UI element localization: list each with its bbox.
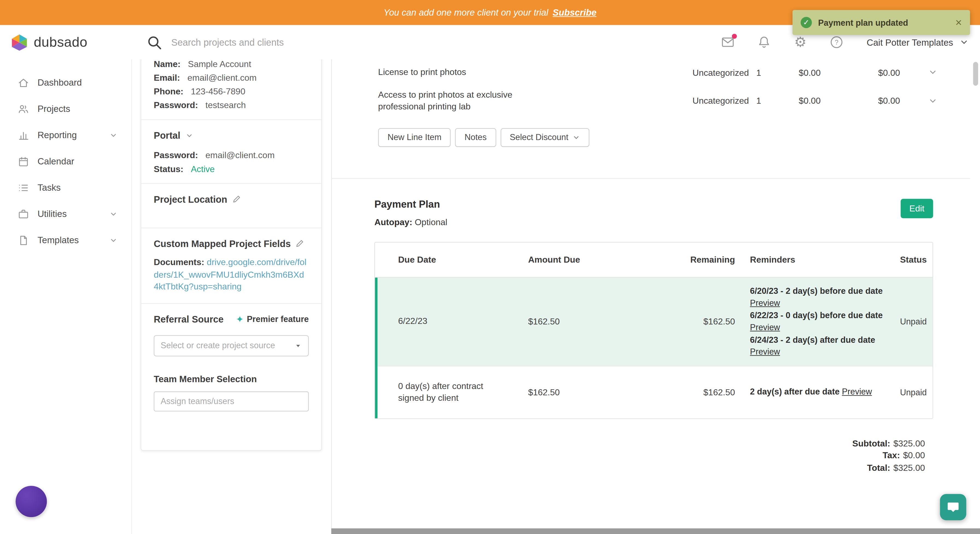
header-due-date: Due Date (375, 242, 505, 277)
mail-icon[interactable] (721, 35, 735, 50)
toast-close-icon[interactable]: × (955, 17, 962, 28)
sidebar-item-templates[interactable]: Templates (0, 227, 131, 253)
sidebar-item-label: Dashboard (37, 77, 82, 88)
chevron-down-icon[interactable] (928, 96, 937, 105)
notifications-bell-icon[interactable] (757, 35, 772, 50)
sidebar-item-label: Tasks (37, 182, 61, 193)
templates-document-icon (18, 234, 29, 246)
total-label: Total: (867, 462, 890, 472)
autopay-label: Autopay: (374, 217, 412, 227)
edit-payment-plan-button[interactable]: Edit (901, 199, 933, 218)
sidebar-divider (131, 25, 132, 534)
chevron-down-icon (573, 134, 580, 141)
line-item-name: Access to print photos at exclusive prof… (378, 88, 522, 113)
chevron-down-icon (959, 37, 969, 47)
select-placeholder: Select or create project source (161, 341, 294, 350)
project-source-select[interactable]: Select or create project source (154, 335, 309, 356)
new-line-item-button[interactable]: New Line Item (378, 128, 451, 147)
line-item-name: License to print photos (378, 66, 522, 78)
page-bottom-strip (331, 528, 980, 534)
portal-status: Status: Active (154, 164, 309, 173)
payment-plan-header: Payment Plan Autopay: Optional Edit (374, 199, 933, 227)
portal-section-title: Portal (154, 130, 309, 140)
chevron-down-icon[interactable] (185, 132, 193, 139)
premier-feature-badge: ✦ Premier feature (236, 314, 309, 325)
app-root: You can add one more client on your tria… (0, 0, 980, 534)
select-discount-button[interactable]: Select Discount (500, 128, 590, 147)
help-icon[interactable]: ? (829, 35, 844, 50)
line-item-category: Uncategorized (693, 67, 756, 77)
table-row: 6/22/23 $162.50 $162.50 6/20/23 - 2 day(… (375, 277, 932, 365)
documents-label: Documents: (154, 257, 204, 267)
settings-gear-icon[interactable]: ⚙ (793, 35, 808, 50)
main-content: License to print photos Uncategorized 1 … (331, 59, 970, 528)
sidebar-item-calendar[interactable]: Calendar (0, 148, 131, 175)
line-item-row: License to print photos Uncategorized 1 … (378, 61, 933, 83)
edit-pencil-icon[interactable] (232, 195, 240, 203)
referral-source-title: Referral Source (154, 314, 223, 324)
preview-link[interactable]: Preview (842, 387, 872, 396)
field-label: Phone: (154, 86, 183, 96)
portal-password: Password: email@client.com (154, 151, 309, 159)
edit-pencil-icon[interactable] (296, 239, 304, 247)
search-input[interactable] (171, 37, 484, 48)
cell-amount-due: $162.50 (505, 366, 675, 418)
field-value: email@client.com (205, 150, 275, 160)
sidebar-item-reporting[interactable]: Reporting (0, 122, 131, 148)
chevron-down-icon[interactable] (928, 68, 937, 77)
field-label: Password: (154, 100, 198, 110)
tax-value: $0.00 (903, 450, 925, 461)
cell-reminders: 6/20/23 - 2 day(s) before due date Previ… (750, 277, 900, 365)
header-amount-due: Amount Due (505, 242, 675, 277)
sidebar-item-utilities[interactable]: Utilities (0, 201, 131, 227)
trial-banner-text: You can add one more client on your tria… (383, 7, 548, 18)
dashboard-icon (18, 77, 29, 88)
referral-source-section: Referral Source ✦ Premier feature (154, 314, 309, 325)
active-installment-bar (375, 277, 377, 418)
payment-plan-title: Payment Plan (374, 199, 447, 210)
field-value: 123-456-7890 (191, 86, 245, 96)
payment-plan-table: Due Date Amount Due Remaining Reminders … (374, 242, 933, 419)
client-field-name: Name: Sample Account (154, 59, 309, 68)
autopay-value: Optional (415, 217, 447, 227)
preview-link[interactable]: Preview (750, 322, 780, 332)
sidebar-item-label: Utilities (37, 209, 67, 219)
chat-widget-button[interactable] (940, 494, 966, 520)
assign-teams-input[interactable] (154, 391, 309, 411)
account-menu[interactable]: Cait Potter Templates (867, 37, 969, 47)
help-beacon-button[interactable] (16, 486, 47, 517)
divider (142, 120, 321, 120)
subtotal-value: $325.00 (893, 438, 925, 448)
sidebar-item-dashboard[interactable]: Dashboard (0, 70, 131, 96)
vertical-scrollbar[interactable] (973, 62, 978, 86)
logo[interactable]: dubsado (0, 33, 131, 51)
subscribe-link[interactable]: Subscribe (553, 7, 597, 18)
reminder-text: 6/22/23 - 0 day(s) before due date (750, 309, 900, 322)
notes-button[interactable]: Notes (455, 128, 496, 147)
client-field-phone: Phone: 123-456-7890 (154, 87, 309, 96)
table-row: 0 day(s) after contract signed by client… (375, 365, 932, 418)
sidebar-item-tasks[interactable]: Tasks (0, 175, 131, 201)
search-icon[interactable] (146, 34, 162, 50)
divider (142, 303, 321, 303)
documents-field: Documents: drive.google.com/drive/folder… (154, 256, 309, 293)
line-item-category: Uncategorized (693, 96, 756, 106)
custom-fields-text: Custom Mapped Project Fields (154, 238, 291, 249)
chevron-down-icon (110, 131, 118, 139)
field-label: Email: (154, 72, 180, 83)
preview-link[interactable]: Preview (750, 347, 780, 357)
premier-feature-label: Premier feature (247, 315, 309, 324)
divider (142, 228, 321, 228)
header-status: Status (900, 242, 934, 277)
chevron-down-icon (110, 210, 118, 218)
success-check-icon: ✓ (800, 17, 812, 28)
preview-link[interactable]: Preview (750, 298, 780, 308)
autopay-row: Autopay: Optional (374, 217, 447, 227)
caret-down-icon (294, 342, 302, 349)
line-item-total: $0.00 (878, 96, 922, 106)
cell-amount-due: $162.50 (505, 277, 675, 365)
field-value: Sample Account (188, 59, 251, 69)
cell-status: Unpaid (900, 366, 934, 418)
table-body: 6/22/23 $162.50 $162.50 6/20/23 - 2 day(… (375, 277, 932, 418)
sidebar-item-projects[interactable]: Projects (0, 96, 131, 122)
